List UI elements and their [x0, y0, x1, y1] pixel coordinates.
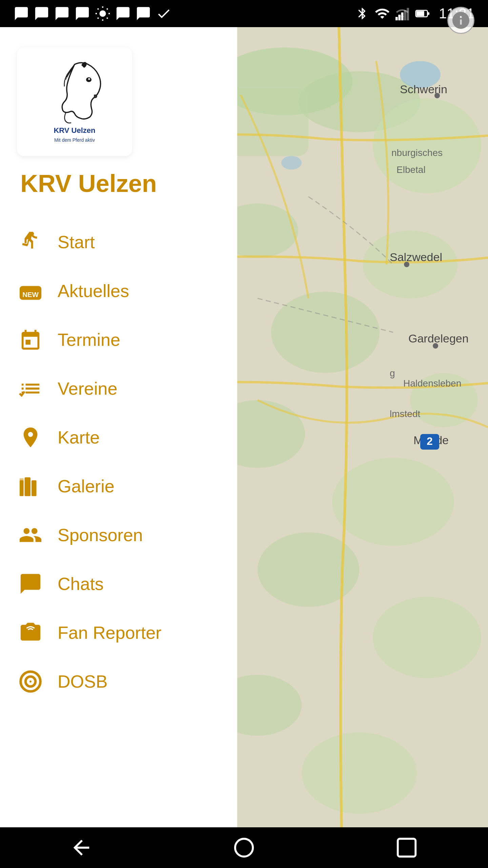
svg-point-54: [235, 839, 253, 857]
menu-label-start: Start: [58, 232, 95, 252]
bluetooth-icon: [355, 6, 369, 21]
sun-icon: [95, 6, 110, 21]
svg-rect-8: [427, 12, 429, 15]
svg-point-0: [99, 10, 106, 17]
svg-point-16: [271, 292, 380, 373]
app-title: KRV Uelzen: [20, 170, 157, 197]
menu-label-galerie: Galerie: [58, 476, 115, 496]
battery-icon: [414, 6, 431, 21]
menu-label-termine: Termine: [58, 330, 120, 350]
drawer-header: KRV Uelzen Mit dem Pferd aktiv KRV Uelze…: [0, 27, 237, 211]
chat-icon: [17, 570, 44, 597]
svg-point-53: [29, 680, 32, 683]
svg-text:2: 2: [427, 435, 433, 447]
drawer: KRV Uelzen Mit dem Pferd aktiv KRV Uelze…: [0, 27, 237, 868]
signal-icon: [395, 6, 409, 21]
svg-rect-49: [32, 480, 37, 496]
recent-apps-icon: [395, 836, 419, 860]
svg-rect-55: [398, 839, 416, 857]
svg-rect-1: [395, 17, 398, 20]
menu-item-start[interactable]: Start: [0, 218, 237, 267]
recent-apps-button[interactable]: [390, 831, 424, 865]
menu-item-dosb[interactable]: DOSB: [0, 657, 237, 706]
calendar-icon: [17, 326, 44, 353]
svg-point-42: [88, 78, 90, 80]
camera-icon: [17, 619, 44, 646]
bottom-navigation: [0, 827, 488, 868]
svg-rect-2: [398, 15, 401, 20]
menu-item-aktuelles[interactable]: NEW Aktuelles: [0, 267, 237, 315]
svg-point-15: [363, 231, 458, 298]
svg-point-12: [373, 98, 481, 193]
menu-item-fan-reporter[interactable]: Fan Reporter: [0, 608, 237, 657]
back-icon: [69, 836, 93, 860]
wifi-icon: [374, 6, 391, 21]
menu-item-chats[interactable]: Chats: [0, 559, 237, 608]
svg-rect-50: [20, 478, 24, 481]
svg-text:lmstedt: lmstedt: [390, 409, 420, 419]
svg-rect-48: [25, 477, 31, 496]
svg-text:NEW: NEW: [22, 291, 39, 298]
logo-container: KRV Uelzen Mit dem Pferd aktiv: [17, 47, 132, 156]
svg-text:Gardelegen: Gardelegen: [408, 332, 469, 345]
svg-rect-7: [416, 11, 424, 16]
location-pin-icon: [17, 424, 44, 451]
target-icon: [17, 668, 44, 695]
info-button[interactable]: [447, 7, 474, 34]
svg-rect-47: [20, 480, 24, 496]
notification-icon-5: [115, 6, 131, 21]
menu-item-galerie[interactable]: Galerie: [0, 462, 237, 511]
notification-icon-1: [14, 6, 29, 21]
menu-label-aktuelles: Aktuelles: [58, 281, 129, 301]
svg-rect-3: [401, 13, 404, 20]
menu-list: Start NEW Aktuelles Termine: [0, 211, 237, 713]
svg-rect-4: [404, 10, 406, 20]
menu-item-karte[interactable]: Karte: [0, 413, 237, 462]
svg-text:Salzwedel: Salzwedel: [390, 251, 442, 263]
check-icon: [156, 6, 171, 21]
menu-item-termine[interactable]: Termine: [0, 315, 237, 364]
menu-label-sponsoren: Sponsoren: [58, 525, 143, 545]
svg-point-23: [302, 732, 417, 814]
app-logo: KRV Uelzen Mit dem Pferd aktiv: [27, 58, 122, 146]
svg-text:nburgisches: nburgisches: [391, 147, 443, 158]
menu-label-vereine: Vereine: [58, 378, 117, 399]
svg-rect-5: [407, 8, 409, 20]
status-bar-left: [14, 6, 171, 21]
svg-text:g: g: [390, 368, 395, 378]
notification-icon-6: [136, 6, 151, 21]
home-button[interactable]: [227, 831, 261, 865]
notification-icon-4: [75, 6, 90, 21]
svg-point-19: [332, 458, 454, 546]
back-button[interactable]: [64, 831, 98, 865]
gallery-icon: [17, 473, 44, 500]
menu-item-vereine[interactable]: Vereine: [0, 364, 237, 413]
notification-icon-2: [34, 6, 49, 21]
menu-item-sponsoren[interactable]: Sponsoren: [0, 511, 237, 559]
menu-label-chats: Chats: [58, 574, 104, 594]
svg-text:Haldensleben: Haldensleben: [403, 378, 461, 389]
svg-text:Mit dem Pferd aktiv: Mit dem Pferd aktiv: [54, 137, 95, 143]
status-bar: 11:21: [0, 0, 488, 27]
svg-text:Schwerin: Schwerin: [400, 83, 447, 96]
svg-point-21: [373, 597, 481, 678]
svg-text:KRV Uelzen: KRV Uelzen: [54, 126, 95, 135]
list-check-icon: [17, 375, 44, 402]
notification-icon-3: [54, 6, 70, 21]
new-badge-icon: NEW: [17, 277, 44, 304]
menu-label-fan-reporter: Fan Reporter: [58, 623, 161, 643]
menu-label-dosb: DOSB: [58, 671, 107, 692]
svg-text:Elbetal: Elbetal: [396, 164, 426, 175]
info-icon: [451, 10, 471, 31]
menu-label-karte: Karte: [58, 427, 100, 448]
horse-rider-icon: [17, 229, 44, 256]
people-icon: [17, 521, 44, 549]
home-icon: [232, 836, 256, 860]
svg-point-25: [281, 156, 302, 170]
